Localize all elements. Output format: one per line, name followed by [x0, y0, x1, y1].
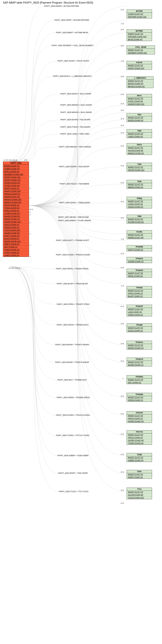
- cardinality-cluster: 0 1 N 1 1 1 0..N: [9, 268, 20, 269]
- target-table-name: J_1BBRANCH: [127, 76, 153, 80]
- target-table-name: BUT000: [127, 10, 152, 13]
- main-table-name: FKKPY_0625: [3, 162, 29, 165]
- target-field: HVORG [CHAR (4)]: [127, 439, 152, 442]
- main-field: FDLEV [CHAR (2)]: [3, 224, 29, 226]
- target-field: MANDT [CLNT (3)]: [127, 308, 152, 311]
- relationship-label: FKKPY_0625-MWSKZ = T007A-MWSKZ: [59, 146, 91, 148]
- target-table: TGSBMANDT [CLNT (3)]GSBER [CHAR (4)]: [127, 453, 152, 462]
- target-field: STRKZ [CHAR (2)]: [127, 314, 152, 316]
- cardinality-label: 0..N: [121, 471, 124, 473]
- cardinality-label: 0..N: [121, 454, 124, 455]
- target-table-name: TFK003: [127, 286, 152, 289]
- target-field: MANDT [CLNT (3)]: [127, 80, 153, 82]
- target-field: MANDT [CLNT (3)]: [127, 200, 152, 203]
- target-table: BUT0BKMANDT [CLNT (3)]PARTNER [CHAR (10)…: [127, 29, 152, 41]
- target-table-name: TSPA: [127, 470, 152, 473]
- main-field: LANDL [CHAR (3)]: [3, 254, 29, 257]
- cardinality-cluster: 0..N 0..N 0..N 0..N: [4, 159, 17, 161]
- target-table: FKKVKMANDT [CLNT (3)]VKONT [CHAR (12)]: [127, 61, 152, 70]
- relationship-label: FKKPY_0625-GSBER = TGSB-GSBER: [57, 454, 89, 456]
- relationship-label: FKKPY_0625-FDGRP = T035-GRUPP: [59, 166, 89, 168]
- cardinality-label: 1: [30, 188, 31, 189]
- target-table: J_1BBRANCHMANDT [CLNT (3)]BUKRS [CHAR (4…: [127, 76, 153, 88]
- target-field: MANDT [CLNT (3)]: [127, 396, 152, 399]
- main-field: VKONT [CHAR (12)]: [3, 179, 29, 182]
- relationship-label: FKKPY_0625-TXJCD = TTXJ-TXJCD: [59, 490, 88, 492]
- cardinality-label: 0..N: [121, 252, 124, 254]
- main-field: SPART [CHAR (2)]: [3, 187, 29, 190]
- main-field: SPZAH [CHAR (1)]: [3, 204, 29, 207]
- target-table: TSPAMANDT [CLNT (3)]SPART [CHAR (2)]: [127, 470, 152, 479]
- relationship-label: FKKPY_0625-PERSL = TFK001P-PERSL: [56, 268, 89, 270]
- target-field: MANDT [CLNT (3)]: [127, 272, 152, 275]
- target-table-name: T005: [127, 130, 152, 132]
- relationship-label: FKKPY_0625-EMGPA = BUT000-PARTNER: [44, 5, 79, 7]
- relationship-label: FKKPY_0625-LANDL = T005-LAND1: [60, 133, 90, 135]
- cardinality-label: 1: [30, 197, 31, 198]
- target-field: APPLK [CHAR (1)]: [127, 417, 152, 420]
- target-field: VKONT [CHAR (12)]: [127, 67, 152, 70]
- target-field: MANDT [CLNT (3)]: [127, 434, 152, 436]
- target-table-name: TFK056A: [127, 376, 152, 378]
- cardinality-label: 0..N: [121, 343, 124, 344]
- cardinality-label: 0..N: [121, 118, 124, 120]
- target-field: MANDT [CLNT (3)]: [127, 414, 152, 417]
- main-field: BLART [CHAR (2)]: [3, 237, 29, 240]
- target-table-name: TFK056S: [127, 393, 152, 396]
- target-field: LAND1 [CHAR (3)]: [127, 135, 152, 138]
- target-field: WAERS [CUKY (5)]: [127, 236, 152, 239]
- cardinality-label: 1: [30, 256, 31, 257]
- relationship-label: FKKPY_0625-IKEY = TFK056A-IKEY: [57, 379, 87, 381]
- relationship-label: FKKPY_0625-SPZAH = TFK008-ZAHLS: [57, 324, 89, 326]
- cardinality-label: 1: [30, 214, 31, 216]
- target-table: T001MANDT [CLNT (3)]BUKRS [CHAR (4)]: [127, 113, 152, 122]
- main-field: KONTT [CHAR (2)]: [3, 234, 29, 237]
- target-table-name: TFK001A: [127, 257, 152, 260]
- target-field: MANDT [CLNT (3)]: [127, 289, 152, 292]
- target-table-name: TGSB: [127, 453, 152, 456]
- main-table: FKKPY_0625 BUKRS [CHAR (4)]GSBER [CHAR (…: [3, 162, 29, 257]
- cardinality-label: 0..N: [121, 124, 124, 126]
- target-field: MANDT [CLNT (3)]: [127, 491, 152, 494]
- target-table-name: TFK000K: [127, 246, 152, 248]
- target-field: MANDT [CLNT (3)]: [127, 116, 152, 119]
- target-table: TFK056AMANDT [CLNT (3)]IKEY [CHAR (2)]: [127, 375, 152, 384]
- target-field: MANDT [CLNT (3)]: [127, 97, 152, 100]
- relationship-label: FKKPY_0625-VKONT = FKKVK-VKONT: [57, 60, 89, 62]
- cardinality-label: 1..N: [121, 238, 124, 240]
- target-field: MANSP [CHAR (1)]: [127, 364, 152, 366]
- target-field: KALSM [CHAR (6)]: [127, 494, 152, 496]
- target-table-name: TFK047A: [127, 341, 152, 344]
- target-field: KALSM [CHAR (6)]: [127, 149, 152, 152]
- target-field: HVORG [CHAR (4)]: [127, 420, 152, 423]
- target-table-name: BUT0BK: [127, 30, 152, 32]
- relationship-label: FKKPY_0625-MAHNV = TFK047A-MAHNV: [55, 344, 89, 346]
- target-field: GRUPP [CHAR (10)]: [127, 169, 152, 172]
- target-table: FAGL_SEGMMANDT [CLNT (3)]SEGMENT [CHAR (…: [127, 46, 155, 54]
- target-field: PERSL [CHAR (4)]: [127, 275, 152, 278]
- target-field: MANDT [CLNT (3)]: [127, 218, 152, 221]
- target-field: MANDT [CLNT (3)]: [127, 146, 152, 149]
- cardinality-label: 1: [123, 378, 123, 379]
- target-field: KTOPL [CHAR (4)]: [127, 100, 152, 103]
- relationship-label: FKKPY_0625-SPERZ = TFK056S-SPERZ: [57, 396, 90, 398]
- cardinality-label: 0..N: [121, 165, 124, 166]
- target-field: PARTNER [CHAR (10)]: [127, 16, 152, 18]
- relationship-label: FKKPY_0625-SEGMENT = FAGL_SEGM-SEGMENT: [52, 44, 94, 46]
- cardinality-label: 0..N: [121, 145, 124, 147]
- target-field: PARTNER [CHAR (10)]: [127, 36, 152, 38]
- target-field: MANDT [CLNT (3)]: [127, 327, 152, 330]
- main-field: BUPLA [CHAR (4)]: [3, 170, 29, 173]
- target-field: TVORG [CHAR (4)]: [127, 442, 152, 444]
- target-table-name: TFK047S: [127, 358, 152, 361]
- cardinality-label: 0..N: [121, 395, 124, 397]
- target-field: MANDT [CLNT (3)]: [127, 32, 152, 36]
- cardinality-label: 0..N: [121, 76, 124, 78]
- relationship-label: FKKPY_0625-BUPLA = J_1BBRANCH-BRANCH: [53, 75, 92, 77]
- target-table-name: TFK008: [127, 324, 152, 327]
- target-table: TCURCMANDT [CLNT (3)]WAERS [CUKY (5)]: [127, 230, 152, 239]
- cardinality-label: 0..N: [121, 45, 124, 46]
- relationship-label: FKKPY_0625-TVORG = TFKTVO-TVORG: [56, 434, 89, 436]
- cardinality-label: 0..N: [121, 433, 124, 435]
- target-table-name: FKKVK: [127, 61, 152, 64]
